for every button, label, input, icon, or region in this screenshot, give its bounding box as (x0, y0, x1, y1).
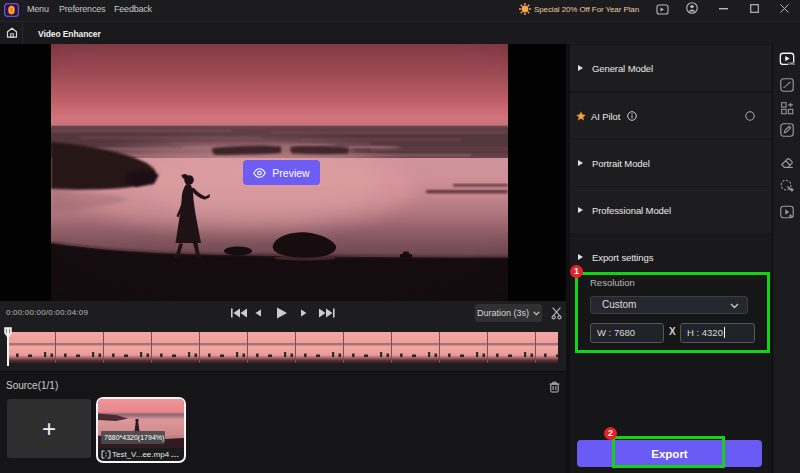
svg-text:UHD: UHD (788, 62, 795, 66)
